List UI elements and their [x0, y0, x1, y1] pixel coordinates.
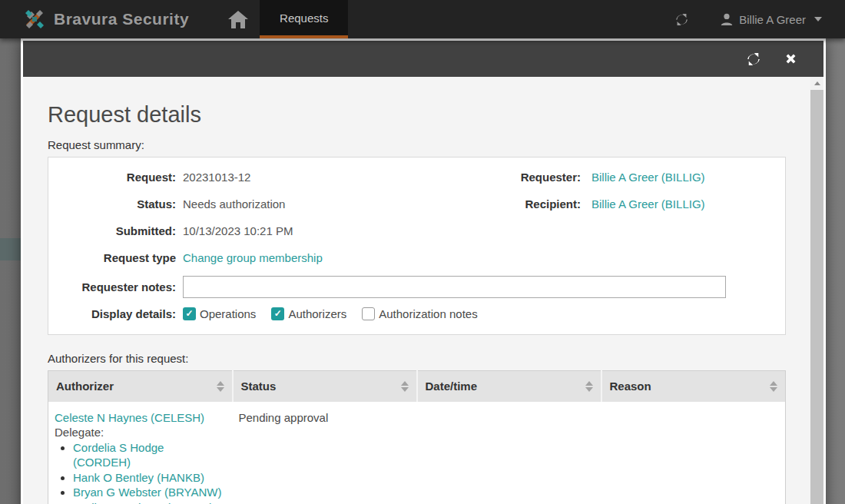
modal-body: Request details Request summary: Request… [23, 77, 810, 504]
summary-row-status: Status: Needs authorization Recipient: B… [48, 191, 785, 217]
user-menu[interactable]: Billie A Greer [720, 0, 822, 38]
summary-row-request: Request: 20231013-12 Requester: Billie A… [48, 164, 785, 191]
requester-label: Requester: [505, 171, 592, 184]
display-details-label: Display details: [48, 307, 183, 320]
column-header-label: Reason [610, 380, 651, 393]
checkbox-authorizers-label: Authorizers [288, 307, 346, 320]
summary-row-requester-notes: Requester notes: [48, 271, 785, 302]
request-summary-panel: Request: 20231013-12 Requester: Billie A… [48, 157, 786, 335]
brand-name: Bravura Security [54, 10, 189, 28]
home-nav-button[interactable] [217, 0, 260, 38]
scroll-up-icon [814, 81, 820, 85]
page: Bravura Security Requests [0, 0, 845, 504]
datetime-cell [417, 402, 601, 504]
user-icon [720, 12, 734, 26]
background-page-row [0, 238, 21, 260]
summary-row-submitted: Submitted: 10/13/2023 10:21 PM [48, 217, 785, 244]
requester-notes-input[interactable] [183, 276, 726, 298]
delegate-list: Cordelia S Hodge (CORDEH) Hank O Bentley… [55, 440, 225, 504]
scrollbar-thumb[interactable] [810, 90, 823, 504]
checkbox-operations-label: Operations [200, 307, 256, 320]
request-label: Request: [48, 171, 183, 184]
table-header-row: Authorizer Status Date/time Reason [48, 371, 786, 402]
caret-down-icon [814, 17, 822, 22]
user-name: Billie A Greer [739, 13, 806, 26]
request-value: 20231013-12 [183, 171, 505, 184]
table-row: Celeste N Haynes (CELESH) Delegate: Cord… [48, 402, 786, 504]
list-item: Leslie O Pacheco (LESLIP) [73, 500, 225, 504]
navbar-spacer [348, 0, 674, 38]
checkbox-checked-icon: ✓ [271, 307, 284, 320]
request-details-modal: Request details Request summary: Request… [21, 38, 826, 504]
checkbox-operations[interactable]: ✓ Operations [183, 307, 256, 320]
list-item: Bryan G Webster (BRYANW) [73, 485, 225, 500]
authorizers-section-label: Authorizers for this request: [48, 352, 786, 365]
request-type-label: Request type [48, 251, 183, 264]
column-header-status[interactable]: Status [233, 371, 417, 402]
column-header-label: Date/time [426, 380, 478, 393]
refresh-icon [674, 12, 689, 27]
authorizer-link[interactable]: Celeste N Haynes (CELESH) [55, 411, 204, 424]
tab-requests-label: Requests [280, 12, 328, 25]
checkbox-authorization-notes[interactable]: Authorization notes [362, 307, 477, 320]
checkbox-unchecked-icon [362, 307, 375, 320]
sort-icon[interactable] [217, 381, 224, 392]
status-value: Needs authorization [183, 197, 505, 211]
navbar-refresh-button[interactable] [674, 0, 689, 38]
status-label: Status: [48, 197, 183, 211]
tab-requests[interactable]: Requests [260, 0, 348, 38]
modal-refresh-button[interactable] [746, 51, 761, 67]
submitted-label: Submitted: [48, 224, 183, 237]
brand-logo-icon [22, 6, 48, 32]
submitted-value: 10/13/2023 10:21 PM [183, 224, 505, 237]
sort-icon[interactable] [770, 381, 777, 392]
modal-close-button[interactable] [784, 52, 797, 65]
summary-row-display-details: Display details: ✓ Operations ✓ Authoriz… [48, 302, 785, 325]
display-options: ✓ Operations ✓ Authorizers Authorization… [183, 307, 785, 320]
delegate-link[interactable]: Bryan G Webster (BRYANW) [73, 486, 221, 499]
requester-link[interactable]: Billie A Greer (BILLIG) [592, 171, 705, 184]
request-type-link[interactable]: Change group membership [183, 251, 323, 264]
requester-notes-label: Requester notes: [48, 280, 183, 293]
reason-cell [601, 402, 786, 504]
delegate-link[interactable]: Hank O Bentley (HANKB) [73, 471, 204, 484]
scrollbar-up-button[interactable] [810, 77, 823, 90]
modal-scrollbar[interactable] [810, 77, 823, 504]
delegate-link[interactable]: Cordelia S Hodge (CORDEH) [73, 441, 164, 469]
checkbox-authorizers[interactable]: ✓ Authorizers [271, 307, 346, 320]
authorizers-table: Authorizer Status Date/time Reason [48, 370, 786, 504]
recipient-link[interactable]: Billie A Greer (BILLIG) [592, 197, 705, 211]
top-navbar: Bravura Security Requests [0, 0, 845, 38]
summary-row-request-type: Request type Change group membership [48, 244, 785, 271]
column-header-authorizer[interactable]: Authorizer [48, 371, 233, 402]
page-title: Request details [48, 100, 786, 129]
delegate-link[interactable]: Leslie O Pacheco (LESLIP) [73, 501, 214, 504]
checkbox-authorization-notes-label: Authorization notes [379, 307, 477, 320]
request-summary-label: Request summary: [48, 138, 786, 151]
column-header-reason[interactable]: Reason [601, 371, 786, 402]
list-item: Hank O Bentley (HANKB) [73, 470, 225, 486]
sort-icon[interactable] [401, 381, 409, 392]
authorizer-cell: Celeste N Haynes (CELESH) Delegate: Cord… [48, 402, 233, 504]
recipient-label: Recipient: [505, 197, 592, 211]
column-header-datetime[interactable]: Date/time [417, 371, 601, 402]
brand[interactable]: Bravura Security [0, 0, 189, 38]
sort-icon[interactable] [585, 381, 593, 392]
column-header-label: Status [241, 380, 277, 393]
list-item: Cordelia S Hodge (CORDEH) [73, 440, 225, 470]
column-header-label: Authorizer [56, 380, 114, 393]
checkbox-checked-icon: ✓ [183, 307, 196, 320]
delegate-label: Delegate: [55, 425, 225, 440]
modal-header [23, 41, 823, 77]
status-cell: Pending approval [233, 402, 417, 504]
home-icon [227, 9, 249, 29]
